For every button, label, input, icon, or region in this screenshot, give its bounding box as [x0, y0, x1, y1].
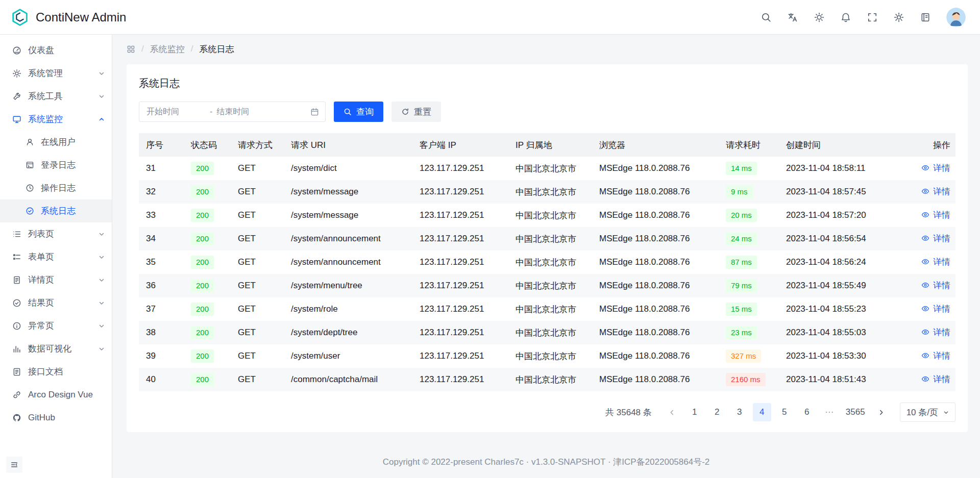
- sidebar-item-detail-page[interactable]: 详情页: [0, 268, 112, 291]
- cell-ip-location: 中国北京北京市: [508, 180, 592, 204]
- sidebar-item-system-logs[interactable]: 系统日志: [0, 199, 112, 222]
- page-number[interactable]: 3565: [843, 403, 868, 421]
- cell-ip-location: 中国北京北京市: [508, 274, 592, 297]
- sidebar-item-arco-design-vue[interactable]: Arco Design Vue: [0, 383, 112, 406]
- apps-grid-icon[interactable]: [127, 45, 135, 54]
- operation-log-icon: [26, 184, 34, 192]
- table-header-row: 序号 状态码 请求方式 请求 URI 客户端 IP IP 归属地 浏览器 请求耗…: [139, 133, 955, 157]
- sidebar-item-exception-page[interactable]: 异常页: [0, 314, 112, 337]
- breadcrumb: / 系统监控 / 系统日志: [112, 35, 980, 63]
- page-title: 系统日志: [139, 77, 955, 90]
- theme-sun-icon[interactable]: [814, 12, 825, 23]
- cell-index: 39: [139, 344, 184, 368]
- page-number[interactable]: 4: [753, 403, 771, 421]
- detail-link[interactable]: 详情: [921, 326, 950, 338]
- date-range-picker[interactable]: -: [139, 102, 326, 122]
- search-icon[interactable]: [761, 12, 772, 23]
- detail-link[interactable]: 详情: [921, 303, 950, 315]
- sidebar-item-github[interactable]: GitHub: [0, 406, 112, 429]
- page-number[interactable]: 3: [730, 403, 749, 421]
- cell-client-ip: 123.117.129.251: [412, 344, 508, 368]
- sidebar-item-online-users[interactable]: 在线用户: [0, 131, 112, 154]
- sidebar-item-label: 系统监控: [28, 113, 92, 125]
- cell-status: 200: [184, 297, 231, 321]
- notifications-bell-icon[interactable]: [840, 12, 851, 23]
- col-header-method: 请求方式: [231, 133, 284, 157]
- page-number[interactable]: 1: [685, 403, 704, 421]
- sidebar-item-label: 详情页: [28, 274, 92, 286]
- page-number[interactable]: 5: [775, 403, 794, 421]
- cell-uri: /system/message: [284, 180, 412, 204]
- detail-link[interactable]: 详情: [921, 373, 950, 385]
- log-table-body: 31 200 GET /system/dict 123.117.129.251 …: [139, 157, 955, 391]
- detail-link-label: 详情: [933, 186, 950, 197]
- page-size-select[interactable]: 10 条/页: [900, 402, 955, 422]
- sidebar-collapse-button[interactable]: [6, 457, 22, 473]
- data-visual-icon: [12, 344, 21, 354]
- status-badge: 200: [191, 279, 214, 292]
- docs-book-icon[interactable]: [920, 12, 931, 23]
- sidebar-item-label: 结果页: [28, 297, 92, 309]
- pagination-prev-button[interactable]: [663, 403, 681, 421]
- translate-icon[interactable]: [787, 12, 798, 23]
- detail-link-label: 详情: [933, 280, 950, 291]
- cell-ip-location: 中国北京北京市: [508, 321, 592, 344]
- pagination-next-button[interactable]: [872, 403, 891, 421]
- sidebar-item-label: 仪表盘: [28, 44, 105, 56]
- page-ellipsis[interactable]: ···: [820, 403, 839, 421]
- reset-button[interactable]: 重置: [391, 102, 441, 122]
- cell-status: 200: [184, 157, 231, 180]
- sidebar-item-form-page[interactable]: 表单页: [0, 245, 112, 268]
- sidebar-item-system-tools[interactable]: 系统工具: [0, 85, 112, 108]
- col-header-index: 序号: [139, 133, 184, 157]
- detail-link[interactable]: 详情: [921, 280, 950, 291]
- detail-link[interactable]: 详情: [921, 186, 950, 197]
- page-number[interactable]: 2: [708, 403, 726, 421]
- detail-link-label: 详情: [933, 209, 950, 221]
- cell-created-time: 2023-11-04 18:55:23: [779, 297, 911, 321]
- sidebar-item-data-visualization[interactable]: 数据可视化: [0, 337, 112, 360]
- avatar[interactable]: [946, 8, 966, 27]
- sidebar-item-system-monitor[interactable]: 系统监控: [0, 108, 112, 131]
- detail-link[interactable]: 详情: [921, 233, 950, 244]
- status-badge: 200: [191, 185, 214, 198]
- page-number[interactable]: 6: [798, 403, 816, 421]
- detail-link-label: 详情: [933, 256, 950, 268]
- reset-button-label: 重置: [414, 106, 431, 118]
- search-button[interactable]: 查询: [334, 102, 383, 122]
- detail-link[interactable]: 详情: [921, 256, 950, 268]
- cell-browser: MSEdge 118.0.2088.76: [592, 250, 719, 274]
- topbar-actions: [761, 8, 966, 27]
- eye-icon: [921, 211, 929, 219]
- duration-badge: 87 ms: [726, 256, 757, 269]
- sidebar-item-dashboard[interactable]: 仪表盘: [0, 39, 112, 62]
- cell-status: 200: [184, 180, 231, 204]
- breadcrumb-item-system-monitor[interactable]: 系统监控: [150, 43, 185, 55]
- detail-link[interactable]: 详情: [921, 209, 950, 221]
- detail-link[interactable]: 详情: [921, 162, 950, 174]
- sidebar-item-login-logs[interactable]: 登录日志: [0, 154, 112, 177]
- sidebar-item-api-docs[interactable]: 接口文档: [0, 360, 112, 383]
- start-time-input[interactable]: [145, 107, 207, 117]
- table-row: 34 200 GET /system/announcement 123.117.…: [139, 227, 955, 250]
- cell-status: 200: [184, 204, 231, 227]
- fullscreen-icon[interactable]: [867, 12, 878, 23]
- cell-created-time: 2023-11-04 18:55:03: [779, 321, 911, 344]
- sidebar-item-list-page[interactable]: 列表页: [0, 222, 112, 245]
- col-header-ip-location: IP 归属地: [508, 133, 592, 157]
- table-row: 35 200 GET /system/announcement 123.117.…: [139, 250, 955, 274]
- cell-client-ip: 123.117.129.251: [412, 204, 508, 227]
- sidebar-item-system-management[interactable]: 系统管理: [0, 62, 112, 85]
- cell-created-time: 2023-11-04 18:58:11: [779, 157, 911, 180]
- settings-gear-icon[interactable]: [893, 12, 904, 23]
- table-row: 33 200 GET /system/message 123.117.129.2…: [139, 204, 955, 227]
- sidebar-item-operation-logs[interactable]: 操作日志: [0, 177, 112, 199]
- pagination-total: 共 35648 条: [605, 407, 652, 418]
- end-time-input[interactable]: [215, 107, 277, 117]
- system-log-card: 系统日志 -: [127, 64, 968, 432]
- cell-created-time: 2023-11-04 18:57:20: [779, 204, 911, 227]
- logo-area[interactable]: ContiNew Admin: [10, 8, 126, 27]
- sidebar-item-result-page[interactable]: 结果页: [0, 291, 112, 314]
- detail-link[interactable]: 详情: [921, 350, 950, 362]
- cell-index: 38: [139, 321, 184, 344]
